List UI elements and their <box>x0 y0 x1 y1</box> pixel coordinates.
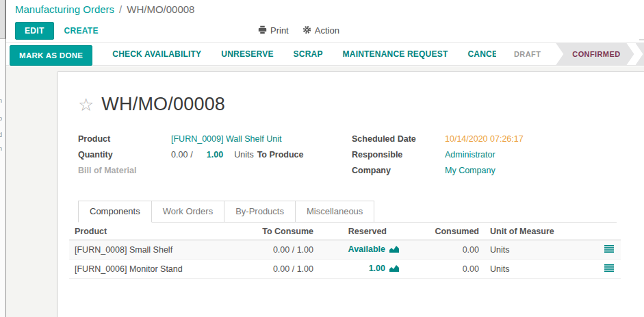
quantity-uom: Units <box>234 150 253 160</box>
table-row[interactable]: [FURN_0008] Small Shelf 0.00 / 1.00 Avai… <box>69 240 621 259</box>
reserved-value[interactable]: 1.00 <box>369 264 385 273</box>
reserved-value[interactable]: Available <box>348 244 385 254</box>
manufacturing-order-form-view: Manufacturing Orders / WH/MO/00008 EDIT … <box>6 0 644 317</box>
cell-row-actions <box>572 240 621 259</box>
field-quantity: Quantity 0.00/1.00UnitsTo Produce <box>78 150 352 160</box>
field-column-left: Product [FURN_0009] Wall Shelf Unit Quan… <box>78 134 352 176</box>
cell-row-actions <box>572 259 621 279</box>
control-panel: EDIT CREATE Print Action <box>6 18 644 42</box>
status-pipeline: DRAFT CONFIRMED IN PROGRESS <box>496 43 644 65</box>
cell-reserved: Available <box>319 240 404 259</box>
header-product[interactable]: Product <box>69 223 254 240</box>
forecast-chart-icon[interactable] <box>389 264 399 274</box>
title-row: ☆ WH/MO/00008 <box>78 94 617 115</box>
company-label: Company <box>352 166 445 175</box>
cell-to-consume[interactable]: 0.00 / 1.00 <box>254 240 319 259</box>
field-scheduled-date: Scheduled Date 10/14/2020 07:26:17 <box>352 134 617 144</box>
clipped-text-fragment: n <box>0 145 2 152</box>
action-label: Action <box>315 25 339 36</box>
field-product: Product [FURN_0009] Wall Shelf Unit <box>78 134 352 144</box>
bill-of-material-label: Bill of Material <box>78 166 171 175</box>
list-view-icon[interactable] <box>604 264 614 274</box>
company-value-link[interactable]: My Company <box>445 166 495 175</box>
print-label: Print <box>270 25 289 36</box>
edit-button[interactable]: EDIT <box>15 22 54 40</box>
favorite-star-icon[interactable]: ☆ <box>78 96 94 114</box>
quantity-to-produce[interactable]: 1.00 <box>207 150 223 160</box>
breadcrumb-manufacturing-orders[interactable]: Manufacturing Orders <box>15 3 114 15</box>
header-to-consume[interactable]: To Consume <box>254 223 319 240</box>
notebook-tabs: Components Work Orders By-Products Misce… <box>78 201 617 223</box>
quantity-separator: / <box>190 150 192 160</box>
cell-reserved: 1.00 <box>319 259 404 279</box>
tab-miscellaneous[interactable]: Miscellaneous <box>296 201 374 223</box>
scheduled-date-value: 10/14/2020 07:26:17 <box>445 134 524 144</box>
create-button[interactable]: CREATE <box>64 26 99 36</box>
header-reserved[interactable]: Reserved <box>319 223 404 240</box>
breadcrumb: Manufacturing Orders / WH/MO/00008 <box>6 0 644 18</box>
clipped-background-window: n o d n l <box>0 0 6 317</box>
document-actions: Print Action <box>258 18 339 42</box>
scheduled-date-label: Scheduled Date <box>352 134 445 144</box>
form-sheet: ☆ WH/MO/00008 Product [FURN_0009] Wall S… <box>57 71 644 317</box>
cell-consumed[interactable]: 0.00 <box>404 259 485 279</box>
stage-draft[interactable]: DRAFT <box>498 43 554 65</box>
clipped-window-header <box>0 0 5 39</box>
form-background: ☆ WH/MO/00008 Product [FURN_0009] Wall S… <box>6 66 644 317</box>
product-label: Product <box>78 134 171 144</box>
cell-uom[interactable]: Units <box>485 259 572 279</box>
tab-work-orders[interactable]: Work Orders <box>152 201 224 223</box>
check-availability-button[interactable]: CHECK AVAILABILITY <box>112 49 201 59</box>
cell-product[interactable]: [FURN_0006] Monitor Stand <box>69 259 254 279</box>
table-header-row: Product To Consume Reserved Consumed Uni… <box>69 223 621 240</box>
field-bill-of-material: Bill of Material <box>78 166 352 176</box>
field-group: Product [FURN_0009] Wall Shelf Unit Quan… <box>78 134 617 176</box>
action-menu-button[interactable]: Action <box>302 25 339 36</box>
quantity-label: Quantity <box>78 150 171 160</box>
gear-icon <box>302 25 311 36</box>
mark-as-done-button[interactable]: MARK AS DONE <box>10 45 92 66</box>
clipped-text-fragment: d <box>0 131 2 138</box>
cell-product[interactable]: [FURN_0008] Small Shelf <box>69 240 254 259</box>
components-table: Product To Consume Reserved Consumed Uni… <box>69 223 621 279</box>
print-menu-button[interactable]: Print <box>258 25 289 36</box>
responsible-value-link[interactable]: Administrator <box>445 150 495 160</box>
product-value-link[interactable]: [FURN_0009] Wall Shelf Unit <box>171 134 281 144</box>
record-title: WH/MO/00008 <box>101 94 225 115</box>
forecast-chart-icon[interactable] <box>389 245 399 255</box>
field-column-right: Scheduled Date 10/14/2020 07:26:17 Respo… <box>352 134 617 176</box>
header-actions <box>572 223 621 240</box>
header-consumed[interactable]: Consumed <box>404 223 485 240</box>
scrap-button[interactable]: SCRAP <box>294 49 323 59</box>
quantity-produced: 0.00 <box>171 150 188 160</box>
field-responsible: Responsible Administrator <box>352 150 617 160</box>
stage-confirmed[interactable]: CONFIRMED <box>556 43 634 65</box>
header-unit-of-measure[interactable]: Unit of Measure <box>485 223 572 240</box>
list-view-icon[interactable] <box>604 245 614 255</box>
clipped-text-fragment: n <box>0 97 2 104</box>
maintenance-request-button[interactable]: MAINTENANCE REQUEST <box>343 49 448 59</box>
table-row[interactable]: [FURN_0006] Monitor Stand 0.00 / 1.00 1.… <box>69 259 621 279</box>
print-icon <box>258 25 267 36</box>
unreserve-button[interactable]: UNRESERVE <box>221 49 273 59</box>
stage-in-progress[interactable]: IN PROGRESS <box>636 43 644 65</box>
breadcrumb-current-record: WH/MO/00008 <box>127 3 194 15</box>
quantity-suffix: To Produce <box>257 150 304 160</box>
field-company: Company My Company <box>352 166 617 176</box>
quantity-value: 0.00/1.00UnitsTo Produce <box>171 150 304 160</box>
cell-to-consume[interactable]: 0.00 / 1.00 <box>254 259 319 279</box>
cell-uom[interactable]: Units <box>485 240 572 259</box>
tab-components[interactable]: Components <box>78 201 152 223</box>
cell-consumed[interactable]: 0.00 <box>404 240 485 259</box>
responsible-label: Responsible <box>352 150 445 160</box>
breadcrumb-separator: / <box>119 3 122 15</box>
clipped-text-fragment: o <box>0 115 2 122</box>
tab-by-products[interactable]: By-Products <box>224 201 296 223</box>
statusbar: MARK AS DONE CHECK AVAILABILITY UNRESERV… <box>6 42 644 66</box>
